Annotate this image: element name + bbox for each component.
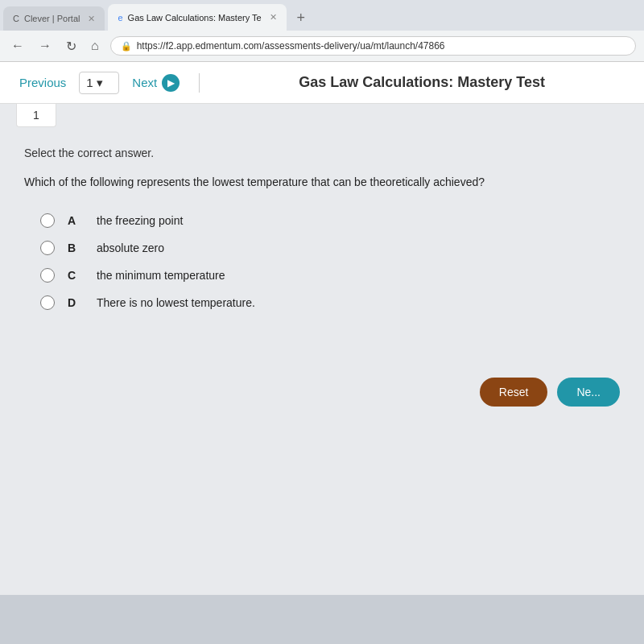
address-field[interactable]: 🔒 https://f2.app.edmentum.com/assessment… <box>110 36 636 56</box>
page-title: Gas Law Calculations: Mastery Test <box>213 74 631 91</box>
radio-a[interactable] <box>40 213 55 228</box>
next-button[interactable]: Next ▶ <box>126 71 186 95</box>
option-b[interactable]: B absolute zero <box>40 241 620 255</box>
tab-clever-label: Clever | Portal <box>24 14 80 23</box>
option-c[interactable]: C the minimum temperature <box>40 268 620 283</box>
question-text: Which of the following represents the lo… <box>24 174 620 191</box>
next-label: Next <box>132 76 157 89</box>
option-c-text: the minimum temperature <box>97 269 225 282</box>
option-d[interactable]: D There is no lowest temperature. <box>40 295 620 310</box>
question-number-value: 1 <box>86 76 93 89</box>
tab-clever-favicon: C <box>13 14 19 23</box>
tab-gas-label: Gas Law Calculations: Mastery Te <box>128 13 262 23</box>
bottom-bar: Reset Ne... <box>0 361 644 423</box>
question-tab: 1 <box>16 104 56 127</box>
tab-clever-close[interactable]: ✕ <box>88 14 95 24</box>
tab-gas[interactable]: e Gas Law Calculations: Mastery Te ✕ <box>108 4 286 31</box>
tab-clever[interactable]: C Clever | Portal ✕ <box>3 6 105 31</box>
tab-bar: C Clever | Portal ✕ e Gas Law Calculatio… <box>0 0 644 31</box>
tab-gas-favicon: e <box>118 13 122 23</box>
answer-options: A the freezing point B absolute zero C t… <box>24 213 620 310</box>
radio-b[interactable] <box>40 241 55 255</box>
instruction-text: Select the correct answer. <box>24 147 620 159</box>
tab-gas-close[interactable]: ✕ <box>270 12 277 23</box>
option-d-text: There is no lowest temperature. <box>97 296 255 309</box>
forward-button[interactable]: → <box>35 37 55 55</box>
browser-chrome: C Clever | Portal ✕ e Gas Law Calculatio… <box>0 0 644 62</box>
option-d-label: D <box>68 296 84 309</box>
question-body: Select the correct answer. Which of the … <box>0 127 644 329</box>
app-toolbar: Previous 1 ▾ Next ▶ Gas Law Calculations… <box>0 62 644 104</box>
toolbar-divider <box>199 73 200 93</box>
question-tab-number: 1 <box>33 109 39 122</box>
option-a-text: the freezing point <box>97 214 183 227</box>
new-tab-button[interactable]: + <box>290 6 312 29</box>
previous-button[interactable]: Previous <box>13 72 72 93</box>
question-number-dropdown[interactable]: 1 ▾ <box>79 72 119 94</box>
next-arrow-icon: ▶ <box>162 74 180 92</box>
radio-d[interactable] <box>40 295 55 310</box>
address-bar: ← → ↻ ⌂ 🔒 https://f2.app.edmentum.com/as… <box>0 31 644 61</box>
next-submit-button[interactable]: Ne... <box>557 378 620 407</box>
option-b-text: absolute zero <box>97 242 164 254</box>
reload-button[interactable]: ↻ <box>63 37 80 56</box>
option-c-label: C <box>68 269 84 282</box>
option-a[interactable]: A the freezing point <box>40 213 620 228</box>
dropdown-chevron-icon: ▾ <box>97 76 103 90</box>
option-b-label: B <box>68 242 84 254</box>
home-button[interactable]: ⌂ <box>88 37 102 55</box>
option-a-label: A <box>68 214 84 227</box>
main-content: 1 Select the correct answer. Which of th… <box>0 104 644 595</box>
url-text: https://f2.app.edmentum.com/assessments-… <box>137 40 445 52</box>
lock-icon: 🔒 <box>121 41 132 52</box>
reset-button[interactable]: Reset <box>480 378 548 407</box>
radio-c[interactable] <box>40 268 55 283</box>
back-button[interactable]: ← <box>8 37 27 55</box>
